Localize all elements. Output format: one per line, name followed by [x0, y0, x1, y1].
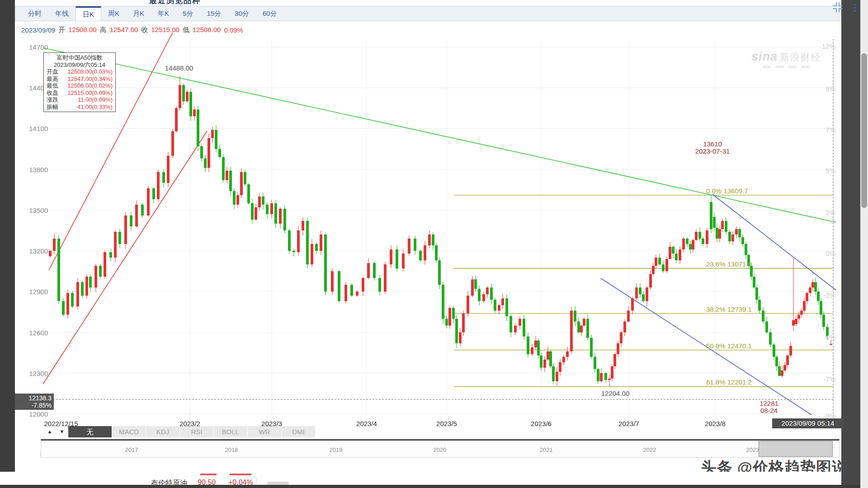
candle-body [414, 239, 416, 251]
candle-body [672, 247, 675, 253]
tab-月K[interactable]: 月K [126, 6, 151, 21]
indicator-tab-RSI[interactable]: RSI [180, 426, 213, 437]
candlestick-chart[interactable] [0, 0, 868, 488]
candle-tooltip: 富时中国A50指数 2023/09/09/六05:14 开盘12508.00(0… [43, 52, 116, 112]
candle-body [669, 247, 671, 259]
candle-body [167, 156, 170, 183]
candle-body [76, 282, 79, 306]
candle-body [189, 92, 192, 116]
candle-body [753, 277, 755, 287]
candle-body [658, 258, 661, 264]
sina-tagline [763, 66, 821, 68]
candle-body [655, 258, 657, 266]
more-icon[interactable]: ⋮ [850, 2, 860, 14]
candle-body [803, 301, 806, 310]
candle-body [99, 266, 102, 277]
navigator-year-2023: 2023 [746, 446, 760, 453]
indicator-tab-DMI[interactable]: DMI [282, 426, 315, 437]
candle-body [537, 341, 540, 356]
candle-body [583, 319, 585, 325]
tooltip-row-label: 涨跌 [47, 96, 58, 103]
tab-周K[interactable]: 周K [101, 6, 126, 21]
candle-body [135, 205, 138, 226]
crosshair-price: 12138.3 [17, 394, 52, 402]
candle-body [698, 232, 701, 239]
candle-body [292, 251, 295, 252]
candle-body [162, 172, 165, 183]
candle-body [114, 232, 117, 258]
candle-body [590, 338, 593, 357]
candle-body [795, 319, 797, 324]
candle-body [540, 356, 542, 368]
tab-15分[interactable]: 15分 [200, 6, 228, 21]
candle-body [274, 203, 277, 224]
candle-body [692, 240, 694, 249]
candle-body [741, 237, 744, 244]
candle-body [197, 109, 199, 146]
tooltip-row: 开盘12508.00(0.03%) [47, 68, 113, 75]
scale-down-button[interactable]: ▼ [56, 426, 68, 437]
candle-body [283, 209, 286, 230]
trend-line [43, 48, 836, 222]
candle-body [222, 157, 225, 180]
tab-30分[interactable]: 30分 [228, 6, 256, 21]
candle-body [297, 230, 300, 252]
percent-axis-label: 0% [808, 249, 835, 257]
navigator-year-2021: 2021 [540, 446, 553, 453]
navigator-range-slider[interactable] [759, 441, 833, 457]
candle-body [130, 216, 132, 226]
candle-body [758, 300, 761, 310]
candle-body [586, 319, 589, 338]
candle-body [266, 205, 269, 214]
indicator-tab-KDJ[interactable]: KDJ [146, 426, 179, 437]
scrollbar-thumb[interactable] [861, 53, 867, 208]
candle-body [652, 266, 655, 274]
candle-body [362, 278, 364, 291]
candle-body [236, 195, 239, 205]
candle-body [631, 298, 634, 310]
candle-body [171, 131, 174, 155]
candle-body [455, 319, 458, 343]
indicator-tab-MACD[interactable]: MACD [112, 426, 146, 437]
candle-body [527, 337, 529, 354]
candle-body [608, 379, 611, 380]
tab-分时[interactable]: 分时 [21, 6, 48, 21]
candle-body [240, 172, 243, 195]
candle-body [559, 362, 561, 372]
candle-body [215, 130, 217, 149]
candle-body [675, 253, 678, 260]
candle-body [104, 252, 106, 277]
candle-body [713, 217, 716, 228]
candle-body [200, 146, 203, 159]
candle-body [519, 319, 521, 325]
ohlc-value: 12506.00 [193, 26, 221, 34]
candle-body [783, 365, 786, 371]
candle-body [604, 373, 607, 380]
tab-年线[interactable]: 年线 [48, 6, 75, 21]
indicator-tab-WR[interactable]: WR [248, 426, 281, 437]
navigator-year-2017: 2017 [125, 446, 138, 453]
candle-body [315, 244, 318, 251]
candle-body [556, 372, 558, 381]
indicator-tab-BOLL[interactable]: BOLL [214, 426, 247, 437]
crosshair-date-badge: 2023/09/09 05:14 [772, 418, 844, 428]
price-axis-label: 13500 [15, 206, 48, 214]
scale-up-button[interactable]: ▲ [44, 426, 56, 437]
candle-body [695, 232, 698, 240]
percent-axis-label: 2% [808, 209, 835, 216]
collapse-icon[interactable] [832, 1, 844, 15]
candle-body [822, 314, 825, 327]
tab-60分[interactable]: 60分 [256, 6, 284, 21]
candle-body [820, 301, 822, 314]
fibonacci-label: 0.0% 13609.7 [706, 187, 748, 195]
price-axis-label: 13800 [15, 165, 48, 173]
page-left-background-strip [0, 0, 15, 488]
tab-日K[interactable]: 日K [75, 6, 101, 21]
indicator-tab-无[interactable]: 无 [68, 426, 112, 437]
candle-body [762, 310, 764, 321]
candle-body [396, 249, 398, 268]
tab-年K[interactable]: 年K [151, 6, 176, 21]
tooltip-row-label: 收盘 [47, 89, 58, 97]
tab-5分[interactable]: 5分 [176, 6, 200, 21]
ohlc-label: 开 [58, 26, 65, 34]
